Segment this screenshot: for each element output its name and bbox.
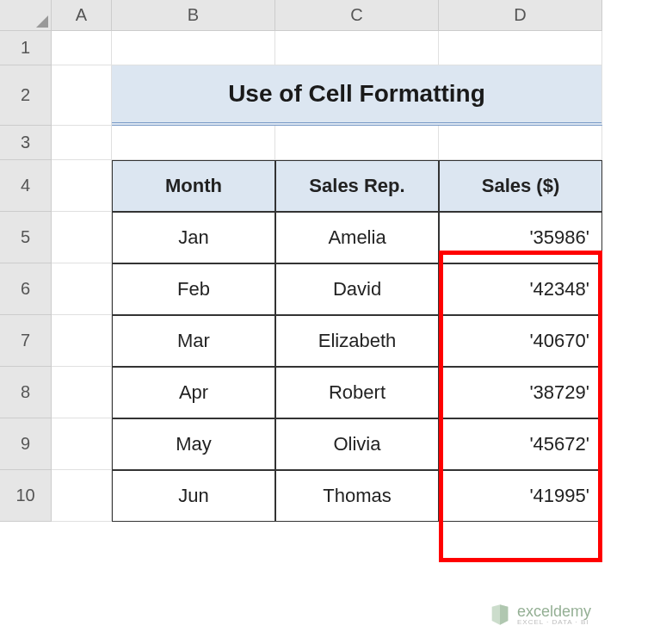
table-row[interactable]: Mar — [112, 315, 275, 367]
cell-a6[interactable] — [52, 263, 112, 315]
table-row[interactable]: '45672' — [439, 418, 602, 470]
row-header-9[interactable]: 9 — [0, 418, 52, 470]
watermark-brand: exceldemy — [517, 604, 591, 619]
col-header-d[interactable]: D — [439, 0, 602, 31]
cell-a2[interactable] — [52, 65, 112, 126]
table-row[interactable]: Jan — [112, 212, 275, 263]
cell-a4[interactable] — [52, 160, 112, 212]
table-row[interactable]: '35986' — [439, 212, 602, 263]
table-row[interactable]: Feb — [112, 263, 275, 315]
spreadsheet-grid: A B C D 1 2 Use of Cell Formatting 3 4 M… — [0, 0, 660, 522]
header-sales[interactable]: Sales ($) — [439, 160, 602, 212]
title-cell[interactable]: Use of Cell Formatting — [112, 65, 602, 126]
row-header-2[interactable]: 2 — [0, 65, 52, 126]
table-row[interactable]: '38729' — [439, 367, 602, 418]
row-header-10[interactable]: 10 — [0, 470, 52, 522]
cell-b3[interactable] — [112, 126, 275, 160]
cell-a5[interactable] — [52, 212, 112, 263]
watermark-tag: EXCEL · DATA · BI — [517, 619, 591, 626]
row-header-7[interactable]: 7 — [0, 315, 52, 367]
cell-a9[interactable] — [52, 418, 112, 470]
table-row[interactable]: Apr — [112, 367, 275, 418]
header-rep[interactable]: Sales Rep. — [275, 160, 439, 212]
cell-a3[interactable] — [52, 126, 112, 160]
row-header-8[interactable]: 8 — [0, 367, 52, 418]
cell-a10[interactable] — [52, 470, 112, 522]
watermark-text: exceldemy EXCEL · DATA · BI — [517, 604, 591, 626]
table-row[interactable]: Amelia — [275, 212, 439, 263]
table-row[interactable]: '40670' — [439, 315, 602, 367]
cell-d3[interactable] — [439, 126, 602, 160]
row-header-5[interactable]: 5 — [0, 212, 52, 263]
watermark: exceldemy EXCEL · DATA · BI — [488, 603, 591, 627]
table-row[interactable]: '42348' — [439, 263, 602, 315]
cell-d1[interactable] — [439, 31, 602, 65]
cell-c1[interactable] — [275, 31, 439, 65]
row-header-3[interactable]: 3 — [0, 126, 52, 160]
table-row[interactable]: Jun — [112, 470, 275, 522]
cell-a8[interactable] — [52, 367, 112, 418]
col-header-a[interactable]: A — [52, 0, 112, 31]
cell-b1[interactable] — [112, 31, 275, 65]
header-month[interactable]: Month — [112, 160, 275, 212]
table-row[interactable]: Thomas — [275, 470, 439, 522]
logo-icon — [488, 603, 512, 627]
table-row[interactable]: David — [275, 263, 439, 315]
row-header-4[interactable]: 4 — [0, 160, 52, 212]
table-row[interactable]: Elizabeth — [275, 315, 439, 367]
table-row[interactable]: Olivia — [275, 418, 439, 470]
col-header-c[interactable]: C — [275, 0, 439, 31]
cell-c3[interactable] — [275, 126, 439, 160]
table-row[interactable]: Robert — [275, 367, 439, 418]
row-header-6[interactable]: 6 — [0, 263, 52, 315]
cell-a1[interactable] — [52, 31, 112, 65]
table-row[interactable]: May — [112, 418, 275, 470]
select-all-corner[interactable] — [0, 0, 52, 31]
cell-a7[interactable] — [52, 315, 112, 367]
table-row[interactable]: '41995' — [439, 470, 602, 522]
row-header-1[interactable]: 1 — [0, 31, 52, 65]
col-header-b[interactable]: B — [112, 0, 275, 31]
